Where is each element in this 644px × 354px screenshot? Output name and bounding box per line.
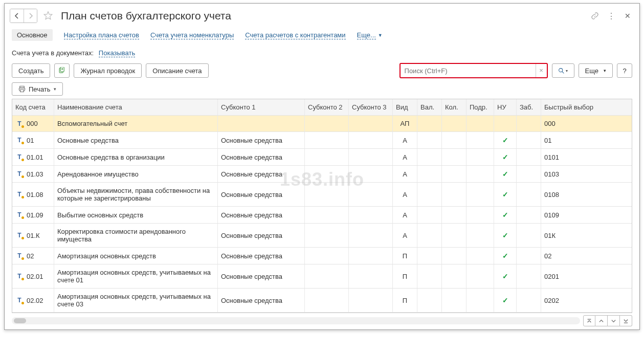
name-text: Амортизация основных средств, учитываемы… bbox=[57, 269, 214, 284]
fast-text: 0109 bbox=[544, 211, 559, 219]
check-icon: ✓ bbox=[502, 153, 508, 161]
table-row[interactable]: T01.01Основные средства в организацииОсн… bbox=[12, 149, 632, 166]
print-button[interactable]: Печать ▾ bbox=[12, 82, 63, 96]
journal-button[interactable]: Журнал проводок bbox=[74, 63, 142, 78]
vid-text: П bbox=[403, 252, 407, 260]
horizontal-scrollbar[interactable] bbox=[12, 317, 580, 324]
code-text: 01.09 bbox=[27, 211, 43, 219]
check-icon: ✓ bbox=[502, 136, 508, 144]
check-icon: ✓ bbox=[502, 252, 508, 260]
tab-nomenclature-accounts[interactable]: Счета учета номенклатуры bbox=[150, 31, 234, 39]
account-type-icon: T bbox=[15, 211, 24, 218]
scroll-up-button[interactable] bbox=[595, 315, 608, 326]
check-icon: ✓ bbox=[502, 296, 508, 304]
table-row[interactable]: T01.ККорректировка стоимости арендованно… bbox=[12, 224, 632, 248]
account-type-icon: T bbox=[15, 170, 24, 178]
code-text: 02.02 bbox=[27, 297, 43, 304]
vid-text: А bbox=[403, 211, 407, 219]
forward-button[interactable] bbox=[24, 9, 37, 23]
help-button[interactable]: ? bbox=[617, 63, 632, 78]
account-type-icon: T bbox=[15, 297, 24, 304]
kebab-icon[interactable]: ⋮ bbox=[607, 11, 616, 20]
tab-more[interactable]: Еще... ▼ bbox=[357, 31, 383, 39]
svg-rect-3 bbox=[20, 86, 24, 88]
search-input[interactable] bbox=[401, 64, 536, 77]
sk1-text: Основные средства bbox=[221, 170, 282, 178]
col-vid[interactable]: Вид bbox=[393, 99, 417, 115]
tab-main[interactable]: Основное bbox=[12, 29, 53, 41]
col-name[interactable]: Наименование счета bbox=[54, 99, 218, 115]
create-copy-button[interactable] bbox=[54, 63, 70, 78]
code-text: 000 bbox=[27, 120, 38, 127]
check-icon: ✓ bbox=[502, 231, 508, 239]
fast-text: 01 bbox=[544, 137, 551, 144]
search-field: × bbox=[399, 63, 548, 78]
accounts-table: Код счета Наименование счета Субконто 1 … bbox=[12, 99, 632, 313]
link-icon[interactable] bbox=[590, 11, 599, 20]
name-text: Выбытие основных средств bbox=[57, 211, 143, 219]
fast-text: 0101 bbox=[544, 153, 559, 161]
fast-text: 0108 bbox=[544, 191, 559, 198]
fast-text: 02 bbox=[544, 252, 551, 260]
table-row[interactable]: T02Амортизация основных средствОсновные … bbox=[12, 248, 632, 264]
code-text: 02 bbox=[27, 252, 34, 260]
code-text: 01.03 bbox=[27, 170, 43, 178]
code-text: 01.К bbox=[27, 232, 40, 239]
table-row[interactable]: T01.08Объекты недвижимости, права собств… bbox=[12, 183, 632, 207]
chevron-down-icon: ▼ bbox=[378, 33, 383, 38]
table-row[interactable]: T02.02Амортизация основных средств, учит… bbox=[12, 289, 632, 313]
account-type-icon: T bbox=[15, 153, 24, 161]
scroll-bottom-button[interactable] bbox=[620, 315, 632, 326]
tab-plan-settings[interactable]: Настройка плана счетов bbox=[64, 31, 139, 39]
favorite-icon[interactable] bbox=[42, 10, 54, 21]
svg-point-2 bbox=[559, 68, 563, 72]
tab-counterparty-accounts[interactable]: Счета расчетов с контрагентами bbox=[245, 31, 345, 39]
col-sk1[interactable]: Субконто 1 bbox=[218, 99, 305, 115]
scroll-down-button[interactable] bbox=[608, 315, 620, 326]
back-button[interactable] bbox=[10, 9, 24, 23]
account-type-icon: T bbox=[15, 191, 24, 198]
col-fast[interactable]: Быстрый выбор bbox=[541, 99, 623, 115]
account-type-icon: T bbox=[15, 137, 24, 144]
account-type-icon: T bbox=[15, 252, 24, 259]
table-row[interactable]: T01Основные средстваОсновные средстваА✓0… bbox=[12, 132, 632, 149]
table-row[interactable]: T01.03Арендованное имуществоОсновные сре… bbox=[12, 166, 632, 183]
col-nu[interactable]: НУ bbox=[494, 99, 517, 115]
close-icon[interactable]: ✕ bbox=[623, 11, 632, 20]
create-button[interactable]: Создать bbox=[12, 63, 50, 78]
vid-text: А bbox=[403, 170, 407, 178]
col-sk3[interactable]: Субконто 3 bbox=[349, 99, 393, 115]
col-code[interactable]: Код счета bbox=[12, 99, 54, 115]
page-title: План счетов бухгалтерского учета bbox=[61, 10, 587, 22]
scroll-top-button[interactable] bbox=[583, 315, 595, 326]
col-sk2[interactable]: Субконто 2 bbox=[305, 99, 349, 115]
vid-text: А bbox=[403, 191, 407, 198]
search-clear-button[interactable]: × bbox=[536, 64, 547, 77]
vid-text: АП bbox=[401, 120, 410, 127]
search-dropdown-button[interactable]: ▾ bbox=[552, 63, 574, 78]
vid-text: П bbox=[403, 297, 407, 304]
sk1-text: Основные средства bbox=[221, 252, 282, 260]
sk1-text: Основные средства bbox=[221, 273, 282, 280]
account-type-icon: T bbox=[15, 232, 24, 239]
nav-arrows bbox=[10, 9, 37, 23]
col-val[interactable]: Вал. bbox=[417, 99, 442, 115]
table-row[interactable]: T000Вспомогательный счетАП000 bbox=[12, 116, 632, 132]
subline-link[interactable]: Показывать bbox=[99, 49, 135, 57]
code-text: 02.01 bbox=[27, 273, 43, 280]
col-zab[interactable]: Заб. bbox=[517, 99, 541, 115]
account-type-icon: T bbox=[15, 120, 24, 127]
table-row[interactable]: T02.01Амортизация основных средств, учит… bbox=[12, 264, 632, 289]
vid-text: А bbox=[403, 137, 407, 144]
vid-text: П bbox=[403, 273, 407, 280]
sk1-text: Основные средства bbox=[221, 211, 282, 219]
more-button[interactable]: Еще▾ bbox=[579, 63, 613, 78]
name-text: Основные средства в организации bbox=[57, 153, 165, 161]
col-kol[interactable]: Кол. bbox=[442, 99, 467, 115]
fast-text: 000 bbox=[544, 120, 556, 127]
sk1-text: Основные средства bbox=[221, 232, 282, 239]
table-row[interactable]: T01.09Выбытие основных средствОсновные с… bbox=[12, 207, 632, 224]
describe-account-button[interactable]: Описание счета bbox=[146, 63, 208, 78]
check-icon: ✓ bbox=[502, 272, 508, 280]
col-podr[interactable]: Подр. bbox=[467, 99, 494, 115]
